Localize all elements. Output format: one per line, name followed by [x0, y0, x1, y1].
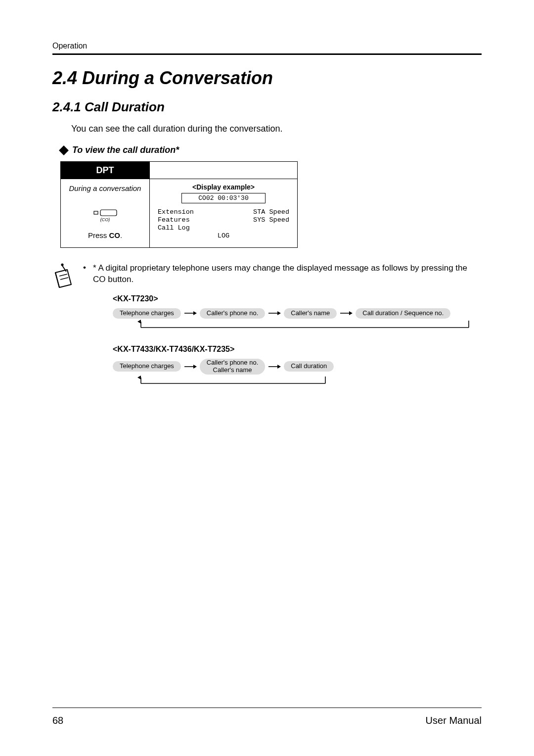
- svg-line-4: [60, 278, 68, 280]
- page-number: 68: [52, 715, 63, 726]
- press-key: CO: [109, 231, 120, 239]
- flow-row-1: Telephone charges Caller's phone no. Cal…: [113, 308, 482, 319]
- dpt-tab: DPT: [61, 162, 150, 179]
- header-rule: [52, 53, 482, 55]
- svg-line-3: [59, 274, 67, 276]
- cycle-arrow-1: [113, 319, 482, 332]
- pill-caller-name: Caller's name: [284, 308, 337, 319]
- pill-caller-phone-name: Caller's phone no. Caller's name: [200, 359, 265, 375]
- pill-call-duration-seq: Call duration / Sequence no.: [356, 308, 450, 319]
- press-suffix: .: [120, 231, 122, 239]
- disp-call-log: Call Log: [158, 224, 222, 232]
- bullet-dot: •: [83, 263, 87, 285]
- disp-features: Features: [158, 216, 222, 224]
- lcd-readout: CO02 00:03'30: [181, 193, 266, 203]
- svg-marker-10: [349, 311, 353, 315]
- press-co-text: Press CO.: [88, 231, 122, 239]
- display-menu-grid: Extension STA Speed Features SYS Speed C…: [156, 208, 291, 239]
- disp-extension: Extension: [158, 208, 222, 216]
- svg-marker-11: [137, 320, 141, 324]
- intro-text: You can see the call duration during the…: [71, 124, 482, 134]
- pill-line1: Caller's phone no.: [207, 359, 258, 366]
- pill-caller-phone-no: Caller's phone no.: [200, 308, 265, 319]
- note-icon: [52, 263, 74, 292]
- arrow-right-icon: [340, 310, 353, 316]
- press-prefix: Press: [88, 231, 109, 239]
- diamond-icon: [59, 145, 69, 155]
- dpt-left-title: During a conversation: [69, 184, 141, 192]
- disp-sta-speed: STA Speed: [225, 208, 289, 216]
- view-title: To view the call duration*: [72, 145, 179, 155]
- note-text: * A digital proprietary telephone users …: [93, 263, 482, 285]
- svg-marker-18: [277, 365, 281, 369]
- model-label-1: <KX-T7230>: [113, 294, 482, 303]
- arrow-right-icon: [268, 364, 281, 370]
- disp-blank: [225, 224, 289, 232]
- svg-rect-0: [94, 211, 98, 214]
- svg-marker-19: [137, 376, 141, 379]
- disp-log: LOG: [158, 232, 289, 239]
- dpt-panel: DPT During a conversation (CO) Press CO.: [60, 161, 298, 248]
- pill-telephone-charges-2: Telephone charges: [113, 361, 181, 372]
- svg-marker-8: [277, 311, 281, 315]
- display-example-title: <Display example>: [156, 183, 291, 191]
- running-header: Operation: [52, 42, 482, 50]
- svg-rect-1: [100, 210, 117, 216]
- arrow-right-icon: [268, 310, 281, 316]
- svg-marker-6: [193, 311, 197, 315]
- co-button-glyph: [93, 209, 117, 216]
- footer-label: User Manual: [426, 715, 482, 726]
- arrow-right-icon: [184, 364, 197, 370]
- svg-point-2: [61, 263, 63, 266]
- flow-row-2: Telephone charges Caller's phone no. Cal…: [113, 359, 482, 375]
- pill-line2: Caller's name: [213, 366, 252, 374]
- disp-sys-speed: SYS Speed: [225, 216, 289, 224]
- page-footer: 68 User Manual: [52, 708, 482, 726]
- arrow-right-icon: [184, 310, 197, 316]
- co-button-sublabel: (CO): [100, 217, 110, 222]
- pill-telephone-charges: Telephone charges: [113, 308, 181, 319]
- subsection-heading: 2.4.1 Call Duration: [52, 99, 482, 115]
- section-heading: 2.4 During a Conversation: [52, 68, 482, 89]
- cycle-arrow-2: [113, 375, 482, 388]
- dpt-tab-spacer: [150, 162, 297, 179]
- pill-call-duration: Call duration: [284, 361, 334, 372]
- model-label-2: <KX-T7433/KX-T7436/KX-T7235>: [113, 345, 482, 354]
- svg-marker-16: [193, 365, 197, 369]
